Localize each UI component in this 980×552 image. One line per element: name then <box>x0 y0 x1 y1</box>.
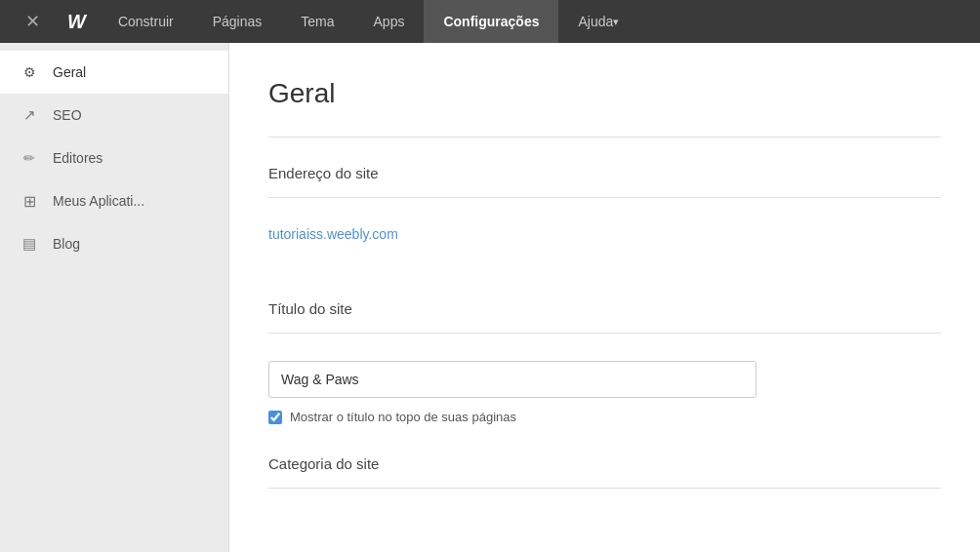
section-title-endereco: Endereço do site <box>268 165 941 181</box>
top-nav: ✕ W Construir Páginas Tema Apps Configur… <box>0 0 980 43</box>
show-title-checkbox[interactable] <box>268 411 282 424</box>
nav-construir[interactable]: Construir <box>99 0 193 43</box>
nav-ajuda[interactable]: Ajuda <box>558 0 638 43</box>
sidebar-item-geral[interactable]: ⚙ Geral <box>0 51 228 94</box>
sidebar-item-label-seo: SEO <box>53 107 82 123</box>
apps-icon: ⊞ <box>20 191 39 211</box>
section-titulo: Título do site Mostrar o título no topo … <box>268 300 941 424</box>
section-endereco: Endereço do site tutoriaiss.weebly.com <box>268 165 941 269</box>
sidebar-item-label-blog: Blog <box>53 236 80 252</box>
nav-apps[interactable]: Apps <box>354 0 425 43</box>
close-button[interactable]: ✕ <box>12 0 54 43</box>
sidebar-item-label-apps: Meus Aplicati... <box>53 193 144 209</box>
sidebar-item-label-geral: Geral <box>53 64 86 80</box>
logo-text: W <box>67 11 85 33</box>
divider-top <box>268 137 941 138</box>
main-content: Geral Endereço do site tutoriaiss.weebly… <box>229 43 980 552</box>
checkbox-row-titulo: Mostrar o título no topo de suas páginas <box>268 410 941 424</box>
page-title: Geral <box>268 78 941 109</box>
gear-icon: ⚙ <box>20 62 39 82</box>
chart-icon: ↗ <box>20 105 39 125</box>
sidebar-item-meus-aplicativos[interactable]: ⊞ Meus Aplicati... <box>0 179 228 222</box>
nav-paginas[interactable]: Páginas <box>193 0 282 43</box>
divider-endereco <box>268 197 941 198</box>
section-categoria: Categoria do site <box>268 455 941 489</box>
weebly-logo: W <box>54 0 99 43</box>
sidebar-item-seo[interactable]: ↗ SEO <box>0 94 228 137</box>
pencil-icon: ✏ <box>20 148 39 168</box>
layout: ⚙ Geral ↗ SEO ✏ Editores ⊞ Meus Aplicati… <box>0 43 980 552</box>
nav-configuracoes[interactable]: Configurações <box>424 0 558 43</box>
close-icon: ✕ <box>25 11 40 32</box>
nav-links: Construir Páginas Tema Apps Configuraçõe… <box>99 0 968 43</box>
divider-titulo <box>268 333 941 334</box>
section-title-categoria: Categoria do site <box>268 455 941 472</box>
sidebar: ⚙ Geral ↗ SEO ✏ Editores ⊞ Meus Aplicati… <box>0 43 229 552</box>
section-title-titulo: Título do site <box>268 300 941 317</box>
sidebar-item-blog[interactable]: ▤ Blog <box>0 222 228 265</box>
sidebar-item-label-editores: Editores <box>53 150 102 166</box>
site-title-input[interactable] <box>268 361 756 398</box>
sidebar-item-editores[interactable]: ✏ Editores <box>0 137 228 179</box>
blog-icon: ▤ <box>20 234 39 254</box>
divider-categoria <box>268 488 941 489</box>
site-link[interactable]: tutoriaiss.weebly.com <box>268 226 398 242</box>
show-title-label: Mostrar o título no topo de suas páginas <box>290 410 516 424</box>
nav-tema[interactable]: Tema <box>281 0 353 43</box>
